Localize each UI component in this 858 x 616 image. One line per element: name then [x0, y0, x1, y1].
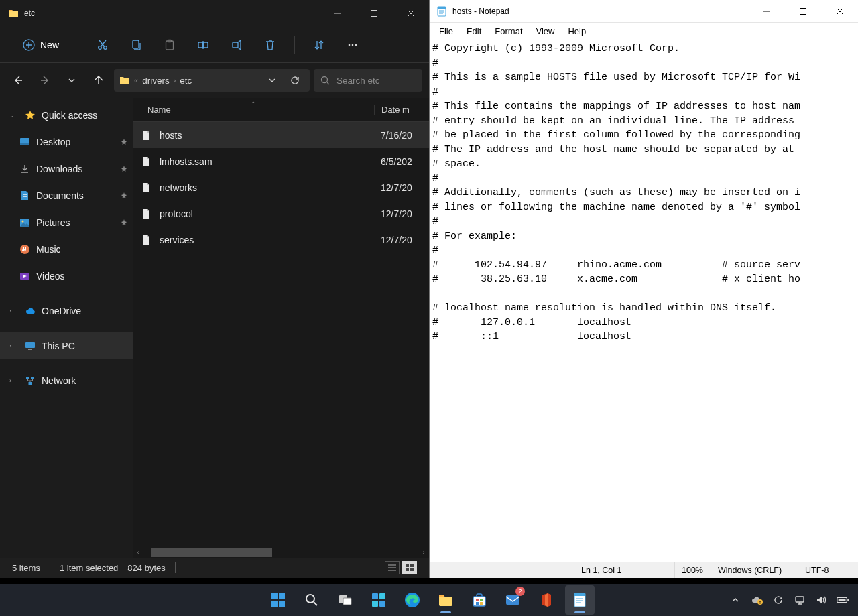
sidebar-label: This PC: [42, 341, 75, 351]
explorer-minimize-button[interactable]: [318, 0, 355, 27]
copy-button[interactable]: [123, 33, 149, 57]
search-input[interactable]: Search etc: [314, 69, 422, 92]
explorer-close-button[interactable]: [392, 0, 429, 27]
paste-button[interactable]: [156, 33, 183, 57]
start-button[interactable]: [263, 585, 293, 615]
microsoft-store-button[interactable]: [465, 585, 494, 615]
view-icons-button[interactable]: [402, 561, 417, 574]
windows-update-icon[interactable]: [772, 594, 784, 606]
notepad-titlebar[interactable]: hosts - Notepad: [430, 0, 858, 23]
file-row[interactable]: services 12/7/20: [133, 227, 429, 253]
file-row[interactable]: hosts 7/16/20: [133, 122, 429, 148]
svg-rect-45: [476, 599, 479, 601]
svg-rect-20: [25, 342, 35, 348]
notepad-maximize-button[interactable]: [784, 0, 821, 23]
breadcrumb-dropdown[interactable]: [263, 71, 282, 90]
rename-button[interactable]: [190, 33, 217, 57]
file-row[interactable]: lmhosts.sam 6/5/202: [133, 148, 429, 174]
sort-asc-icon: ⌃: [251, 101, 256, 107]
svg-point-17: [22, 221, 24, 223]
volume-tray-icon[interactable]: [815, 594, 827, 606]
up-button[interactable]: [87, 69, 110, 92]
sidebar-label: Network: [42, 375, 76, 386]
share-button[interactable]: [223, 33, 250, 57]
mail-button[interactable]: 2: [498, 585, 528, 615]
column-header-date[interactable]: Date m: [374, 105, 429, 115]
file-name: lmhosts.sam: [160, 156, 212, 167]
sidebar-item-this-pc[interactable]: › This PC: [0, 332, 133, 359]
column-header-row: ⌃Name Date m: [133, 98, 429, 122]
network-tray-icon[interactable]: [794, 594, 806, 606]
task-view-button[interactable]: [330, 585, 360, 615]
widgets-button[interactable]: [364, 585, 393, 615]
menu-file[interactable]: File: [432, 24, 460, 38]
battery-tray-icon[interactable]: [837, 594, 849, 606]
notepad-body: [430, 40, 858, 562]
menu-format[interactable]: Format: [488, 24, 529, 38]
explorer-maximize-button[interactable]: [355, 0, 392, 27]
svg-rect-51: [574, 593, 585, 596]
scroll-left-icon[interactable]: ‹: [133, 547, 143, 558]
edge-button[interactable]: [397, 585, 427, 615]
sidebar-item-pictures[interactable]: Pictures: [0, 209, 133, 236]
sidebar-item-quick-access[interactable]: ⌄ Quick access: [0, 102, 133, 129]
arrow-up-icon: [93, 75, 104, 86]
sidebar-item-downloads[interactable]: Downloads: [0, 156, 133, 182]
office-button[interactable]: [532, 585, 561, 615]
notepad-minimize-button[interactable]: [747, 0, 784, 23]
sidebar-item-desktop[interactable]: Desktop: [0, 129, 133, 156]
sidebar-item-documents[interactable]: Documents: [0, 182, 133, 209]
breadcrumb-segment[interactable]: drivers: [142, 76, 170, 86]
sidebar-item-onedrive[interactable]: › OneDrive: [0, 298, 133, 324]
svg-rect-38: [343, 598, 351, 605]
sidebar-item-network[interactable]: › Network: [0, 367, 133, 394]
more-icon: [347, 39, 359, 51]
notepad-close-button[interactable]: [821, 0, 858, 23]
widgets-icon: [371, 593, 386, 607]
scroll-right-icon[interactable]: ›: [418, 547, 429, 558]
refresh-button[interactable]: [286, 71, 304, 90]
menu-help[interactable]: Help: [561, 24, 593, 38]
star-icon: [24, 109, 36, 121]
scrollbar-thumb[interactable]: [151, 548, 272, 557]
breadcrumb-segment[interactable]: etc: [180, 76, 192, 86]
file-explorer-button[interactable]: [431, 585, 461, 615]
file-row[interactable]: networks 12/7/20: [133, 174, 429, 200]
menu-edit[interactable]: Edit: [460, 24, 488, 38]
svg-rect-31: [800, 8, 806, 14]
column-header-name[interactable]: ⌃Name: [133, 105, 374, 115]
file-name: services: [160, 235, 194, 245]
tray-overflow-button[interactable]: [729, 594, 741, 606]
explorer-sidebar: ⌄ Quick access Desktop Downloads Documen…: [0, 98, 133, 558]
notepad-title: hosts - Notepad: [452, 7, 747, 16]
breadcrumb[interactable]: « drivers › etc: [114, 69, 310, 92]
notepad-textarea[interactable]: [430, 40, 858, 562]
view-details-button[interactable]: [385, 561, 400, 574]
recent-button[interactable]: [60, 69, 83, 92]
forward-button[interactable]: [34, 69, 56, 92]
chevron-down-icon: ⌄: [9, 112, 19, 119]
menu-view[interactable]: View: [530, 24, 562, 38]
status-eol: Windows (CRLF): [711, 562, 798, 578]
sort-button[interactable]: [306, 33, 332, 57]
delete-button[interactable]: [257, 33, 284, 57]
new-button[interactable]: New: [15, 35, 67, 55]
horizontal-scrollbar[interactable]: ‹ ›: [133, 547, 429, 558]
onedrive-tray-icon[interactable]: [751, 594, 763, 606]
notepad-status-bar: Ln 1, Col 1 100% Windows (CRLF) UTF-8: [430, 562, 858, 578]
cut-button[interactable]: [89, 33, 116, 57]
file-date: 12/7/20: [374, 235, 429, 245]
sidebar-item-music[interactable]: Music: [0, 236, 133, 263]
taskbar-search-button[interactable]: [297, 585, 326, 615]
more-button[interactable]: [339, 33, 366, 57]
search-icon: [304, 593, 319, 607]
explorer-titlebar[interactable]: etc: [0, 0, 429, 27]
chevron-right-icon: ›: [9, 377, 19, 384]
sidebar-item-videos[interactable]: Videos: [0, 263, 133, 290]
back-button[interactable]: [7, 69, 29, 92]
file-icon: [141, 156, 153, 168]
svg-rect-49: [506, 595, 519, 605]
file-row[interactable]: protocol 12/7/20: [133, 200, 429, 227]
notepad-icon: [436, 6, 447, 17]
notepad-button[interactable]: [565, 585, 595, 615]
